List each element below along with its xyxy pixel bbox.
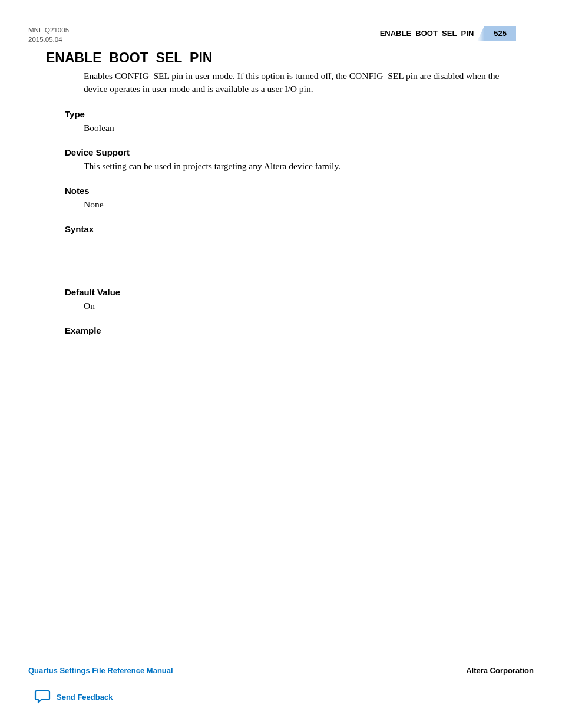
section-example: Example [46, 325, 516, 335]
page-footer: Quartus Settings File Reference Manual A… [28, 666, 534, 675]
section-type: Type Boolean [46, 109, 516, 133]
section-body-notes: None [84, 199, 516, 210]
send-feedback-link[interactable]: Send Feedback [34, 689, 113, 704]
section-heading-default-value: Default Value [65, 287, 516, 297]
page-header: MNL-Q21005 2015.05.04 ENABLE_BOOT_SEL_PI… [28, 26, 516, 44]
header-topic: ENABLE_BOOT_SEL_PIN [380, 29, 474, 38]
section-heading-type: Type [65, 109, 516, 119]
section-body-device-support: This setting can be used in projects tar… [84, 161, 516, 172]
section-default-value: Default Value On [46, 287, 516, 311]
document-date: 2015.05.04 [28, 35, 69, 45]
section-body-syntax [84, 238, 516, 273]
section-heading-syntax: Syntax [65, 224, 516, 234]
section-syntax: Syntax [46, 224, 516, 273]
manual-title-link[interactable]: Quartus Settings File Reference Manual [28, 666, 173, 675]
document-id: MNL-Q21005 [28, 26, 69, 35]
section-device-support: Device Support This setting can be used … [46, 147, 516, 172]
header-left: MNL-Q21005 2015.05.04 [28, 26, 69, 44]
section-body-default-value: On [84, 301, 516, 311]
section-body-type: Boolean [84, 123, 516, 133]
page-content: ENABLE_BOOT_SEL_PIN Enables CONFIG_SEL p… [46, 50, 516, 350]
section-heading-notes: Notes [65, 186, 516, 196]
section-heading-device-support: Device Support [65, 147, 516, 157]
intro-paragraph: Enables CONFIG_SEL pin in user mode. If … [84, 70, 516, 95]
send-feedback-label: Send Feedback [57, 693, 113, 701]
company-name: Altera Corporation [466, 666, 534, 675]
page-number-badge: 525 [484, 26, 516, 41]
section-notes: Notes None [46, 186, 516, 210]
speech-bubble-icon [34, 689, 51, 704]
main-title: ENABLE_BOOT_SEL_PIN [46, 50, 516, 66]
header-right: ENABLE_BOOT_SEL_PIN 525 [380, 26, 516, 41]
section-heading-example: Example [65, 325, 516, 335]
